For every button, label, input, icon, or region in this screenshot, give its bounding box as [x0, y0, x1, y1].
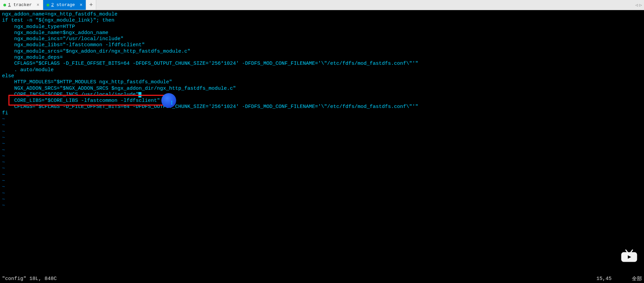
- code-line: fi: [2, 110, 642, 116]
- empty-line-marker: ~: [2, 116, 642, 122]
- tab-bar: 1 tracker × 2 storage × + ◁ ▷: [0, 0, 644, 10]
- code-line: else: [2, 73, 642, 79]
- tab-label: storage: [56, 2, 75, 7]
- code-line: NGX_ADDON_SRCS="$NGX_ADDON_SRCS $ngx_add…: [2, 86, 642, 92]
- code-line: HTTP_MODULES="$HTTP_MODULES ngx_http_fas…: [2, 79, 642, 85]
- empty-line-marker: ~: [2, 141, 642, 147]
- next-tab-icon[interactable]: ▷: [639, 2, 642, 8]
- empty-line-marker: ~: [2, 147, 642, 153]
- connection-dot-icon: [47, 4, 49, 6]
- svg-rect-0: [623, 254, 635, 260]
- empty-line-marker: ~: [2, 135, 642, 141]
- status-scroll-percent: 全部: [632, 276, 642, 282]
- close-icon[interactable]: ×: [36, 2, 39, 8]
- empty-line-marker: ~: [2, 197, 642, 203]
- tab-tracker[interactable]: 1 tracker ×: [0, 0, 43, 10]
- svg-marker-1: [628, 255, 631, 259]
- code-line: ngx_module_incs="/usr/local/include": [2, 36, 642, 42]
- code-line: ngx_module_deps=: [2, 55, 642, 61]
- empty-line-marker: ~: [2, 172, 642, 178]
- status-cursor-position: 15,45: [596, 276, 612, 282]
- code-line: CFLAGS="$CFLAGS -D_FILE_OFFSET_BITS=64 -…: [2, 61, 642, 67]
- empty-line-marker: ~: [2, 184, 642, 190]
- code-line: ngx_module_name=$ngx_addon_name: [2, 30, 642, 36]
- tab-storage[interactable]: 2 storage ×: [43, 0, 86, 10]
- code-line: ngx_module_libs="-lfastcommon -lfdfsclie…: [2, 42, 642, 48]
- tab-number: 2: [51, 2, 54, 7]
- code-line: ngx_module_type=HTTP: [2, 24, 642, 30]
- status-file-info: "config" 18L, 848C: [2, 276, 596, 282]
- empty-line-marker: ~: [2, 203, 642, 209]
- vim-status-bar: "config" 18L, 848C 15,45 全部: [0, 274, 644, 283]
- close-icon[interactable]: ×: [80, 2, 82, 8]
- empty-line-marker: ~: [2, 153, 642, 160]
- tab-number: 1: [8, 2, 11, 7]
- code-line: if test -n "${ngx_module_link}"; then: [2, 18, 642, 24]
- code-line: . auto/module: [2, 67, 642, 73]
- new-tab-button[interactable]: +: [86, 0, 96, 10]
- empty-line-marker: ~: [2, 129, 642, 135]
- prev-tab-icon[interactable]: ◁: [635, 2, 638, 8]
- empty-line-marker: ~: [2, 160, 642, 166]
- code-line: ngx_module_srcs="$ngx_addon_dir/ngx_http…: [2, 49, 642, 55]
- empty-line-marker: ~: [2, 122, 642, 129]
- code-line: CORE_LIBS="$CORE_LIBS -lfastcommon -lfdf…: [2, 98, 642, 104]
- empty-line-marker: ~: [2, 191, 642, 197]
- vim-cursor: [138, 92, 141, 97]
- code-line: CFLAGS="$CFLAGS -D_FILE_OFFSET_BITS=64 -…: [2, 104, 642, 110]
- code-line: CORE_INCS="$CORE_INCS /usr/local/include…: [2, 92, 642, 98]
- tab-nav: ◁ ▷: [635, 0, 642, 10]
- connection-dot-icon: [3, 4, 6, 6]
- empty-line-marker: ~: [2, 178, 642, 184]
- tab-label: tracker: [14, 2, 32, 7]
- code-line: ngx_addon_name=ngx_http_fastdfs_module: [2, 11, 642, 18]
- empty-line-marker: ~: [2, 166, 642, 172]
- bilibili-watermark-icon: [621, 249, 637, 263]
- terminal-editor[interactable]: ngx_addon_name=ngx_http_fastdfs_moduleif…: [0, 10, 644, 210]
